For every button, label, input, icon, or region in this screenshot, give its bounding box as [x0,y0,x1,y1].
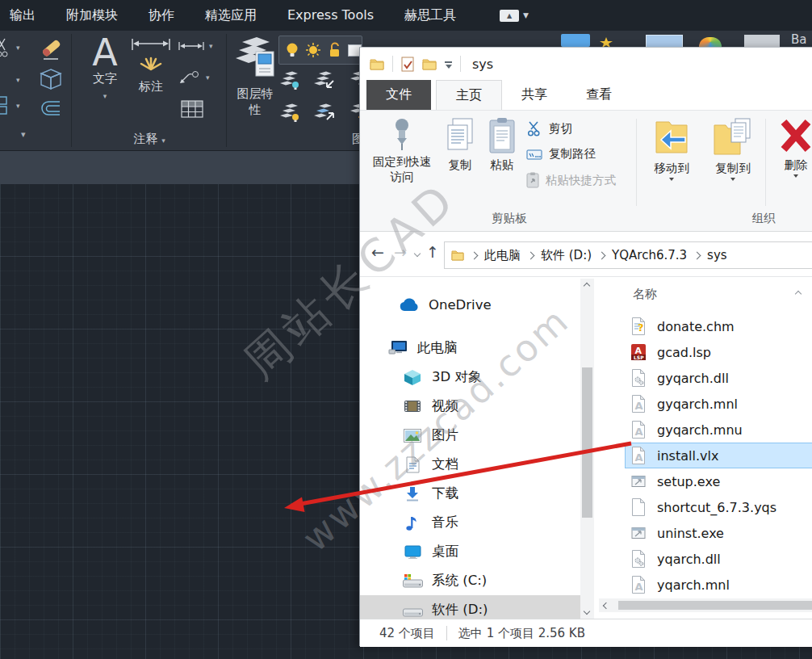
layer-isolate-icon[interactable] [312,71,335,90]
chevron-down-icon[interactable]: ▾ [16,102,20,110]
download-icon [402,485,423,502]
delete-button[interactable]: 删除 [770,117,812,178]
layer-properties-button[interactable]: 图层特性 [232,36,278,118]
file-list-hscrollbar[interactable] [599,598,812,612]
file-row[interactable]: ALSPgcad.lsp [625,339,812,365]
cad-menu-tab[interactable]: 输出 [10,7,36,24]
up-button[interactable]: ↑ [426,243,439,261]
tab-文件[interactable]: 文件 [366,80,431,110]
cad-menu-tab[interactable]: 精选应用 [205,7,257,24]
linear-dim-button[interactable]: ▾ [178,40,213,52]
layer-unlock-icon[interactable] [328,42,341,58]
pin-to-quick-access-button[interactable]: 固定到快速访问 [366,117,437,185]
back-button[interactable]: ← [371,243,384,261]
sidebar-item-label: 音乐 [432,514,458,531]
text-tool-button[interactable]: A 文字 ▾ [84,34,126,102]
file-row[interactable]: Agyqarch.mnl [625,391,812,417]
breadcrumb-chevron-icon[interactable] [598,251,606,259]
copy-button[interactable]: 复制 [441,117,479,173]
forward-button[interactable]: → [394,243,407,261]
cad-menu-tab[interactable]: 赫思工具 [404,7,456,24]
scrollbar-thumb[interactable] [582,367,592,518]
annotate-panel-label[interactable]: 注释 ▾ [73,132,226,147]
sidebar-item-pc[interactable]: 此电脑 [360,334,580,363]
svg-text:?: ? [638,321,644,334]
sidebar-item-music[interactable]: 音乐 [360,508,580,537]
panel-expand-icon[interactable]: ▾ [21,129,26,140]
sort-chevron-icon[interactable] [795,291,802,297]
breadcrumb-item[interactable]: YQArch6.7.3 [612,248,687,262]
file-name: gyqarch.mnl [657,397,738,412]
paste-button[interactable]: 粘贴 [483,117,521,173]
sidebar-item-onedrive[interactable]: OneDrive [360,290,580,319]
breadcrumb-item[interactable]: sys [707,248,727,262]
file-row[interactable]: yqarch.dll [625,546,812,572]
file-row[interactable]: uninst.exe [625,520,812,546]
layer-on-icon[interactable] [278,103,301,123]
copy-to-button[interactable]: 复制到 [704,117,762,181]
breadcrumb-chevron-icon[interactable] [527,251,535,259]
explorer-titlebar[interactable]: sys [360,48,812,80]
paste-shortcut-button[interactable]: 粘贴快捷方式 [526,172,616,188]
cad-menu-tab[interactable]: Express Tools [287,7,374,24]
box-icon[interactable] [39,68,63,94]
breadcrumb-chevron-icon[interactable] [693,251,701,259]
recent-locations-icon[interactable] [414,250,421,257]
scroll-left-icon[interactable] [603,602,609,608]
breadcrumb-item[interactable]: 此电脑 [484,248,521,263]
erase-icon[interactable] [37,34,66,66]
cad-menu-tab[interactable]: 协作 [149,7,174,24]
file-row[interactable]: ?donate.chm [625,313,812,339]
sidebar-item-picture[interactable]: 图片 [360,421,580,450]
name-column-header[interactable]: 名称 [633,287,657,302]
sidebar-item-drive-c[interactable]: 系统 (C:) [360,566,580,595]
move-to-button[interactable]: 移动到 [642,117,701,181]
array-icon[interactable] [0,95,8,120]
cut-button[interactable]: 剪切 [526,120,572,136]
address-bar[interactable]: 此电脑软件 (D:)YQArch6.7.3sys [444,241,812,269]
file-row[interactable]: shortcut_6.7.3.yqs [625,494,812,520]
layer-off-icon[interactable] [278,71,301,90]
tab-共享[interactable]: 共享 [502,80,567,110]
newfolder-quick-icon[interactable] [422,58,437,70]
sidebar-item-video[interactable]: 视频 [360,392,580,421]
leader-button[interactable]: ▾ [178,69,210,86]
acad-file-icon: A [630,575,647,594]
tab-查看[interactable]: 查看 [567,80,631,110]
table-button[interactable] [181,100,203,121]
sidebar-item-desktop[interactable]: 桌面 [360,537,580,566]
breadcrumb-item[interactable]: 软件 (D:) [541,248,592,263]
pushpin-icon [389,117,415,151]
sidebar-item-drive-d[interactable]: 软件 (D:) [360,595,580,619]
scroll-down-icon[interactable] [584,608,590,615]
customize-toolbar-dropdown-icon[interactable] [445,61,452,69]
file-row[interactable]: setup.exe [625,468,812,494]
ribbon-collapse-button[interactable]: ▲ ▼ [500,10,529,22]
properties-quick-icon[interactable] [401,57,414,72]
layer-unisolate-icon[interactable] [312,103,335,123]
dll-file-icon [630,549,647,569]
sidebar-item-download[interactable]: 下载 [360,479,580,508]
fillet-icon[interactable] [39,99,61,121]
tab-主页[interactable]: 主页 [436,80,502,110]
sidebar-item-docs[interactable]: 文档 [360,450,580,479]
trim-icon[interactable] [0,37,8,61]
explorer-ribbon: 固定到快速访问 复制 粘贴 剪切 复制路径 粘贴快捷方式 剪贴板 移动到 [360,111,812,232]
layer-thaw-sun-icon[interactable] [305,42,320,58]
chevron-down-icon[interactable]: ▾ [16,44,20,52]
dimension-tool-button[interactable]: 标注 [128,36,174,94]
annotate-panel-text: 注释 [133,132,157,146]
breadcrumb-chevron-icon[interactable] [471,251,479,259]
scrollbar-thumb[interactable] [618,601,812,610]
file-row[interactable]: Agyqarch.mnu [625,417,812,443]
layer-on-bulb-icon[interactable] [286,42,298,58]
cad-menu-tab[interactable]: 附加模块 [66,7,118,24]
file-row[interactable]: Ainstall.vlx [625,443,812,468]
nav-pane-scrollbar[interactable] [580,279,594,619]
chevron-down-icon[interactable]: ▾ [16,76,20,84]
sidebar-item-cube3d[interactable]: 3D 对象 [360,363,580,392]
file-row[interactable]: Ayqarch.mnl [625,572,812,598]
copy-path-button[interactable]: 复制路径 [526,146,596,162]
file-row[interactable]: gyqarch.dll [625,365,812,391]
scroll-up-icon[interactable] [584,283,590,289]
